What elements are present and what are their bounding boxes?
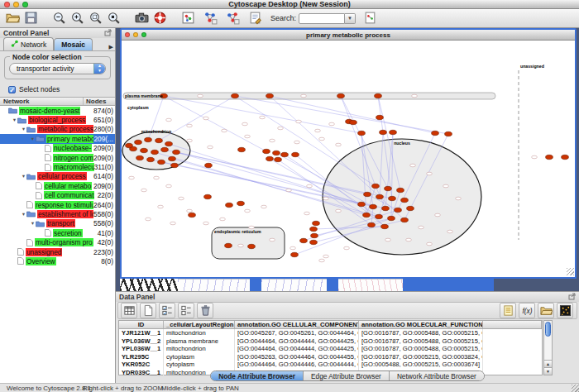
network-node[interactable] bbox=[242, 122, 248, 126]
close-window-button[interactable] bbox=[4, 2, 10, 7]
network-node[interactable] bbox=[203, 117, 209, 120]
expander-icon[interactable]: ▼ bbox=[30, 221, 36, 226]
zoom-fit-icon[interactable] bbox=[104, 10, 122, 27]
notes-icon[interactable] bbox=[500, 303, 516, 318]
network-node[interactable] bbox=[381, 224, 389, 228]
network-node[interactable] bbox=[158, 160, 165, 164]
network-node[interactable] bbox=[432, 131, 439, 135]
network-node[interactable] bbox=[161, 147, 169, 151]
network-node[interactable] bbox=[170, 222, 176, 225]
scroll-up-button[interactable]: ▲ bbox=[544, 360, 552, 367]
network-node[interactable] bbox=[380, 130, 387, 134]
network-file-icon[interactable] bbox=[361, 10, 379, 27]
network-node[interactable] bbox=[220, 218, 226, 221]
new-doc-icon[interactable] bbox=[140, 303, 156, 318]
network-node[interactable] bbox=[232, 93, 239, 98]
network-node[interactable] bbox=[368, 222, 376, 227]
network-node[interactable] bbox=[225, 243, 232, 247]
network-node[interactable] bbox=[281, 152, 289, 156]
network-node[interactable] bbox=[245, 135, 251, 138]
network-node[interactable] bbox=[344, 246, 350, 250]
tree-row-multi-organism-pro[interactable]: multi-organism pro42(0) bbox=[0, 237, 115, 246]
minimize-window-button[interactable] bbox=[13, 2, 19, 7]
help-ring-icon[interactable] bbox=[151, 10, 169, 27]
column-header[interactable] bbox=[483, 321, 542, 328]
network-node[interactable] bbox=[187, 209, 193, 213]
network-node[interactable] bbox=[358, 131, 366, 135]
network-node[interactable] bbox=[238, 244, 244, 247]
network-node[interactable] bbox=[427, 172, 433, 175]
network-node[interactable] bbox=[412, 94, 418, 98]
tree-header-network[interactable]: Network bbox=[0, 98, 84, 105]
network-node[interactable] bbox=[126, 143, 133, 147]
tree-row-mosaic-demo-yeast[interactable]: mosaic-demo-yeast874(0) bbox=[0, 106, 115, 115]
expander-icon[interactable]: ▼ bbox=[12, 117, 17, 122]
network-node[interactable] bbox=[401, 198, 409, 202]
network-node[interactable] bbox=[147, 157, 155, 161]
matrix-icon[interactable] bbox=[557, 303, 573, 318]
network-node[interactable] bbox=[313, 221, 320, 225]
network-node[interactable] bbox=[532, 155, 538, 159]
network-node[interactable] bbox=[135, 140, 142, 144]
zoom-view-button[interactable] bbox=[141, 32, 146, 37]
tree-row-establishment-of-lo[interactable]: ▼establishment of lo558(0) bbox=[0, 209, 115, 218]
folder-open-icon[interactable] bbox=[538, 303, 554, 318]
tree-row-cellular-process[interactable]: ▼cellular process614(0) bbox=[0, 172, 115, 181]
network-node[interactable] bbox=[401, 218, 409, 222]
network-node[interactable] bbox=[443, 184, 449, 188]
expander-icon[interactable]: ▼ bbox=[21, 212, 26, 217]
window-resize-grip[interactable] bbox=[567, 268, 574, 275]
network-node[interactable] bbox=[307, 184, 313, 188]
tab-scroll-right-button[interactable]: ▶ bbox=[109, 44, 113, 50]
search-dropdown-button[interactable]: ▼ bbox=[345, 13, 356, 24]
network-node[interactable] bbox=[270, 139, 275, 142]
search-input[interactable] bbox=[299, 13, 345, 24]
network-node[interactable] bbox=[364, 192, 371, 196]
network-node[interactable] bbox=[395, 208, 402, 212]
network-node[interactable] bbox=[129, 176, 135, 179]
expander-icon[interactable]: ▼ bbox=[21, 127, 26, 131]
annotation-icon[interactable] bbox=[246, 10, 264, 27]
tab-edge-attribute-browser[interactable]: Edge Attribute Browser bbox=[304, 371, 390, 380]
network-node[interactable] bbox=[336, 209, 342, 213]
open-file-icon[interactable] bbox=[3, 10, 22, 27]
network-node[interactable] bbox=[406, 238, 412, 241]
network-node[interactable] bbox=[447, 230, 453, 233]
tab-network[interactable]: Network bbox=[3, 37, 54, 50]
network-node[interactable] bbox=[187, 124, 193, 127]
scrollbar-thumb[interactable] bbox=[545, 322, 551, 337]
network-node[interactable] bbox=[363, 213, 371, 217]
network-node[interactable] bbox=[319, 137, 325, 141]
tree-row-macromolecule[interactable]: macromolecule311(0) bbox=[0, 162, 115, 171]
network-node[interactable] bbox=[292, 152, 299, 156]
network-node[interactable] bbox=[187, 139, 193, 142]
tree-row-secretion[interactable]: secretion41(0) bbox=[0, 228, 115, 237]
zoom-out-icon[interactable] bbox=[50, 10, 68, 27]
network-node[interactable] bbox=[385, 238, 391, 241]
network-node[interactable] bbox=[290, 246, 296, 250]
network-node[interactable] bbox=[278, 127, 284, 130]
fx-icon[interactable]: f(x) bbox=[519, 303, 535, 318]
network-node[interactable] bbox=[136, 155, 144, 160]
network-node[interactable] bbox=[208, 146, 213, 149]
tree-row-nitrogen-compo[interactable]: nitrogen compo209(0) bbox=[0, 153, 115, 162]
network-node[interactable] bbox=[273, 151, 280, 155]
network-node[interactable] bbox=[266, 156, 274, 160]
zoom-selected-icon[interactable] bbox=[86, 10, 104, 27]
select-nodes-checkbox[interactable]: ✓ bbox=[8, 86, 16, 93]
tree-row-primary-metabo[interactable]: ▼primary metabo209(... bbox=[0, 134, 115, 143]
network-node[interactable] bbox=[222, 129, 227, 132]
close-view-button[interactable] bbox=[125, 32, 130, 37]
tree-row-overview[interactable]: Overview8(0) bbox=[0, 256, 115, 265]
network-view-window[interactable]: primary metabolic process plasma membran… bbox=[120, 28, 577, 279]
app-resize-grip[interactable] bbox=[572, 385, 579, 392]
network-node[interactable] bbox=[145, 137, 152, 141]
table-scrollbar[interactable]: ▲ ▼ bbox=[543, 320, 553, 375]
tree-row-response-to-stimulu[interactable]: response to stimulu264(0) bbox=[0, 200, 115, 209]
network-node[interactable] bbox=[456, 197, 462, 200]
network-node[interactable] bbox=[260, 116, 266, 119]
network-node[interactable] bbox=[407, 206, 414, 210]
tree-row-cellular-metabo[interactable]: cellular metabo209(0) bbox=[0, 181, 115, 190]
network-node[interactable] bbox=[427, 242, 433, 246]
float-panel-icon[interactable] bbox=[568, 293, 576, 302]
